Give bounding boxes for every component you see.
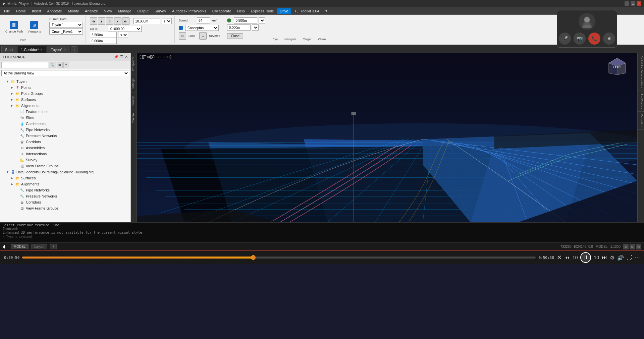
- viewport[interactable]: [-][Top][Conceptual] LEFT: [137, 53, 637, 222]
- snap-btn[interactable]: ⊞: [623, 244, 629, 249]
- prev-btn[interactable]: ⏮: [565, 255, 570, 261]
- expand-data-shortcuts[interactable]: ▼: [6, 170, 10, 174]
- close-ribbon-button[interactable]: Close: [227, 33, 243, 39]
- volume-btn[interactable]: 🔊: [617, 255, 624, 261]
- toolspace-pin-button[interactable]: 📌: [114, 55, 119, 59]
- more-btn[interactable]: ⋯: [635, 255, 640, 261]
- menu-manage[interactable]: Manage: [115, 8, 134, 14]
- tab-corridor[interactable]: 1.Corridor* ✕: [17, 46, 46, 53]
- distance2-input[interactable]: [90, 38, 117, 44]
- tab-tuyen-close[interactable]: ✕: [64, 48, 66, 51]
- menu-output[interactable]: Output: [135, 8, 151, 14]
- tree-points[interactable]: ▶ 📍 Points: [1, 84, 129, 91]
- tab-add-button[interactable]: +: [71, 46, 77, 53]
- side-tab-survey[interactable]: Survey: [131, 93, 137, 109]
- tree-pressure-networks[interactable]: 🔧 Pressure Networks: [1, 133, 129, 139]
- expand-point-groups[interactable]: ▶: [11, 92, 15, 95]
- play-pause-button[interactable]: ⏸: [580, 252, 591, 263]
- fwd10-btn[interactable]: 10: [594, 255, 599, 260]
- close-button[interactable]: ✕: [637, 1, 641, 6]
- menu-collaborate[interactable]: Collaborate: [210, 8, 234, 14]
- maximize-button[interactable]: □: [631, 1, 635, 6]
- nav-cube[interactable]: LEFT: [607, 56, 627, 76]
- tree-ds-surfaces[interactable]: ▶ 📂 Surfaces: [1, 175, 129, 181]
- tree-data-shortcuts[interactable]: ▼ 🗄 Data Shortcuts [D:\Training\Lop onli…: [1, 169, 129, 175]
- tree-ds-corridors[interactable]: 🛣 Corridors: [1, 199, 129, 205]
- tree-ds-pressure[interactable]: 🔧 Pressure Networks: [1, 193, 129, 199]
- speed-input[interactable]: [197, 17, 210, 23]
- tree-feature-lines[interactable]: 📄 Feature Lines: [1, 109, 129, 115]
- tree-view-frame-groups[interactable]: 🖼 View Frame Groups: [1, 163, 129, 169]
- expand-tuyen[interactable]: ▼: [6, 80, 10, 83]
- distance1-input[interactable]: [90, 32, 117, 38]
- tree-ds-pipe[interactable]: 🔧 Pipe Networks: [1, 187, 129, 193]
- progress-thumb[interactable]: [251, 255, 256, 260]
- visual-style-dropdown[interactable]: Conceptual: [185, 25, 219, 31]
- path-name-dropdown[interactable]: Tuyến 1: [49, 22, 83, 28]
- fullscreen-btn[interactable]: ⛶: [627, 255, 632, 261]
- tree-survey[interactable]: 📐 Survey: [1, 157, 129, 163]
- tab-start[interactable]: Start: [1, 46, 16, 53]
- crown-dropdown[interactable]: Crown_Pave1: [49, 29, 83, 35]
- cam-button[interactable]: 📷: [574, 33, 586, 45]
- menu-insert[interactable]: Insert: [29, 8, 44, 14]
- next-btn[interactable]: ⏭: [602, 255, 607, 261]
- menu-express[interactable]: Express Tools: [248, 8, 276, 14]
- tree-corridors[interactable]: 🛣 Corridors: [1, 139, 129, 145]
- viewports-button[interactable]: ⊞ Viewports: [26, 20, 42, 34]
- reverse-button[interactable]: ↔: [199, 32, 207, 40]
- h2-unit[interactable]: ▾: [252, 24, 259, 31]
- tree-tuyen[interactable]: ▼ 📁 Tuyen: [1, 78, 129, 84]
- menu-survey[interactable]: Survey: [152, 8, 169, 14]
- height2-input[interactable]: [227, 24, 251, 31]
- tree-intersections[interactable]: ✚ Intersections: [1, 151, 129, 157]
- ortho-btn[interactable]: ⊕: [630, 244, 635, 249]
- h1-unit[interactable]: ▾: [259, 17, 265, 23]
- polar-btn[interactable]: ◎: [636, 244, 641, 249]
- expand-points[interactable]: ▶: [11, 86, 15, 89]
- skip-back-btn[interactable]: ✕: [557, 254, 562, 261]
- toolspace-search-input[interactable]: [1, 62, 48, 68]
- tree-ds-alignments[interactable]: ▶ 📂 Alignments: [1, 181, 129, 187]
- side-tab-toolbox[interactable]: Toolbox: [131, 109, 137, 126]
- menu-home[interactable]: Home: [13, 8, 29, 14]
- minimize-button[interactable]: —: [625, 1, 629, 6]
- toolspace-search-btn[interactable]: 🔍: [49, 62, 56, 68]
- tab-corridor-close[interactable]: ✕: [40, 48, 43, 51]
- play-btn-prev[interactable]: ⏴: [98, 17, 105, 25]
- side-tab-settings[interactable]: Settings: [131, 75, 137, 93]
- expand-alignments[interactable]: ▶: [11, 104, 15, 107]
- expand-ds-surfaces[interactable]: ▶: [11, 176, 15, 180]
- menu-analyze[interactable]: Analyze: [82, 8, 101, 14]
- right-tab-tool-palettes[interactable]: Tool Palettes: [638, 91, 644, 112]
- toolspace-grid-btn[interactable]: ⊞: [57, 62, 63, 68]
- play-btn-back[interactable]: ⏮: [90, 17, 97, 25]
- model-tab-btn[interactable]: MODEL: [11, 244, 29, 249]
- toolspace-help-btn[interactable]: ?: [63, 62, 68, 68]
- expand-ds-alignments[interactable]: ▶: [11, 182, 15, 186]
- loop-button[interactable]: ↺: [179, 32, 186, 40]
- toolspace-menu-button[interactable]: ☰: [120, 55, 123, 59]
- menu-file[interactable]: File: [1, 8, 13, 14]
- play-btn-fwd[interactable]: ⏭: [122, 17, 129, 25]
- add-tab-btn[interactable]: +: [50, 244, 57, 249]
- tree-alignments[interactable]: ▶ 📂 Alignments: [1, 103, 129, 109]
- max-distance-unit[interactable]: m: [162, 18, 172, 24]
- menu-view[interactable]: View: [101, 8, 115, 14]
- share-button[interactable]: 🖥: [603, 33, 615, 45]
- layout-tab-btn[interactable]: Layout: [31, 244, 47, 249]
- tab-tuyen[interactable]: Tuyen* ✕: [47, 46, 70, 53]
- toolspace-close-button[interactable]: ✕: [125, 55, 128, 59]
- play-btn-next[interactable]: ⏵: [114, 17, 121, 25]
- menu-tjtoolkit[interactable]: TJ_Toolkit 3.04: [292, 8, 322, 14]
- tree-catchments[interactable]: 💧 Catchments: [1, 121, 129, 127]
- dist1-unit[interactable]: ▾: [118, 32, 128, 38]
- goto-dropdown[interactable]: 0+000.00: [108, 26, 142, 32]
- menu-modify[interactable]: Modify: [65, 8, 82, 14]
- tree-ds-vfg[interactable]: 🖼 View Frame Groups: [1, 205, 129, 211]
- tree-sites[interactable]: 🗺 Sites: [1, 115, 129, 121]
- back10-btn[interactable]: 10: [573, 255, 578, 260]
- play-btn-pause[interactable]: ⏸: [106, 17, 113, 25]
- right-tab-properties[interactable]: Properties: [638, 112, 644, 129]
- tree-surfaces[interactable]: ▶ 📂 Surfaces: [1, 97, 129, 103]
